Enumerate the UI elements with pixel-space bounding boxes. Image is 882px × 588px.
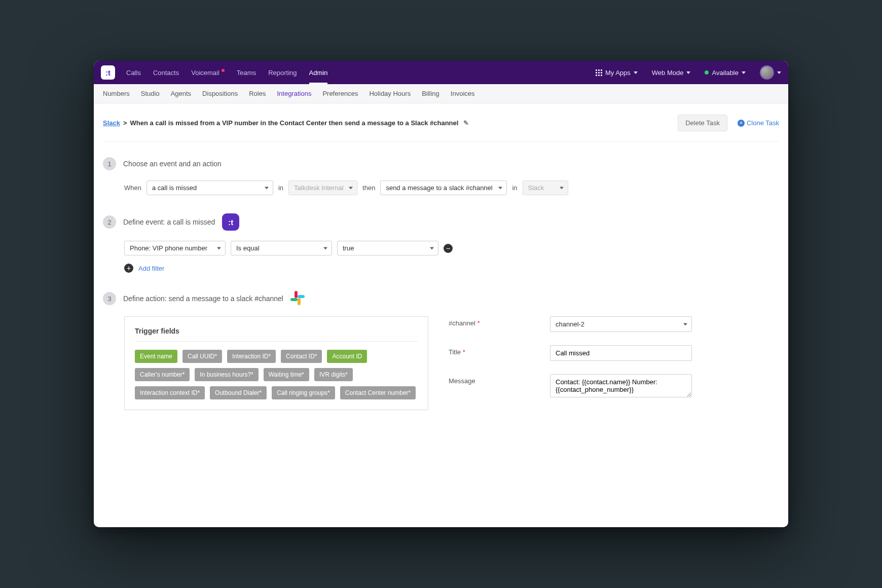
topnav-teams[interactable]: Teams [237, 61, 256, 84]
step-3: 3 Define action: send a message to a sla… [103, 291, 779, 410]
topnav-calls[interactable]: Calls [126, 61, 141, 84]
tag-callers-number[interactable]: Caller's number* [135, 368, 190, 381]
action-target-select: Slack [523, 180, 568, 195]
apps-grid-icon [596, 69, 602, 76]
subnav-roles[interactable]: Roles [249, 90, 266, 97]
remove-filter-icon[interactable]: − [444, 244, 453, 253]
subnav-agents[interactable]: Agents [171, 90, 191, 97]
app-window: :t Calls Contacts Voicemail Teams Report… [94, 61, 788, 527]
title-label: Title * [449, 345, 540, 356]
subnav-integrations[interactable]: Integrations [277, 90, 311, 97]
in-label-2: in [512, 184, 517, 192]
action-select[interactable]: send a message to a slack #channel [380, 180, 507, 195]
page-header: Slack > When a call is missed from a VIP… [103, 103, 779, 142]
tag-interaction-id[interactable]: Interaction ID* [227, 350, 276, 363]
event-select[interactable]: a call is missed [146, 180, 273, 195]
web-mode-menu[interactable]: Web Mode [652, 69, 691, 77]
step-1-title: Choose an event and an action [123, 160, 222, 168]
tag-waiting-time[interactable]: Waiting time* [264, 368, 309, 381]
web-mode-label: Web Mode [652, 69, 684, 77]
tag-in-business-hours[interactable]: In business hours?* [195, 368, 258, 381]
step-2: 2 Define event: a call is missed :t Phon… [103, 213, 779, 273]
action-config: Trigger fields Event name Call UUID* Int… [124, 316, 779, 410]
message-textarea[interactable] [550, 374, 692, 397]
tag-ivr-digits[interactable]: IVR digits* [314, 368, 353, 381]
clone-task-link[interactable]: + Clone Task [738, 119, 779, 127]
my-apps-label: My Apps [605, 69, 631, 77]
topnav-reporting[interactable]: Reporting [268, 61, 297, 84]
topbar-right: My Apps Web Mode Available [596, 65, 781, 80]
channel-label: #channel * [449, 316, 540, 327]
required-mark: * [477, 319, 480, 327]
step-1: 1 Choose an event and an action When a c… [103, 157, 779, 195]
step-3-title: Define action: send a message to a slack… [123, 295, 283, 303]
chevron-down-icon [742, 71, 746, 74]
step-2-number: 2 [103, 215, 116, 229]
topnav-voicemail[interactable]: Voicemail [191, 61, 225, 84]
tag-call-uuid[interactable]: Call UUID* [182, 350, 222, 363]
add-filter-link[interactable]: + Add filter [124, 264, 779, 273]
tag-account-id[interactable]: Account ID [327, 350, 367, 363]
message-row: Message [449, 374, 779, 397]
action-form: #channel * channel-2 Title * Message [449, 316, 779, 397]
then-label: then [362, 184, 375, 192]
filter-row: Phone: VIP phone number Is equal true − [124, 241, 779, 255]
clone-task-label: Clone Task [747, 119, 779, 127]
filter-value-select[interactable]: true [337, 241, 438, 255]
tag-call-ringing-groups[interactable]: Call ringing groups* [272, 386, 335, 399]
breadcrumb-separator: > [123, 119, 127, 127]
chevron-down-icon [777, 71, 781, 74]
add-circle-icon: + [124, 264, 133, 273]
subnav-invoices[interactable]: Invoices [451, 90, 475, 97]
required-mark: * [463, 348, 465, 356]
slack-icon [290, 291, 306, 306]
topbar: :t Calls Contacts Voicemail Teams Report… [94, 61, 788, 84]
topnav-contacts[interactable]: Contacts [153, 61, 179, 84]
subnav-billing[interactable]: Billing [422, 90, 439, 97]
tag-outbound-dialer[interactable]: Outbound Dialer* [210, 386, 267, 399]
tag-contact-center-number[interactable]: Contact Center number* [340, 386, 416, 399]
trigger-fields-panel: Trigger fields Event name Call UUID* Int… [124, 316, 428, 410]
subnav: Numbers Studio Agents Dispositions Roles… [94, 84, 788, 103]
delete-task-button[interactable]: Delete Task [678, 115, 727, 131]
tag-contact-id[interactable]: Contact ID* [281, 350, 322, 363]
title-row: Title * [449, 345, 779, 361]
event-source-select: Talkdesk Internal [288, 180, 357, 195]
avatar [760, 65, 774, 80]
my-apps-menu[interactable]: My Apps [596, 69, 638, 77]
subnav-holiday-hours[interactable]: Holiday Hours [369, 90, 411, 97]
topnav-admin[interactable]: Admin [309, 61, 328, 84]
step-3-header: 3 Define action: send a message to a sla… [103, 291, 779, 306]
step-1-number: 1 [103, 157, 116, 170]
title-input[interactable] [550, 345, 692, 361]
trigger-field-tags: Event name Call UUID* Interaction ID* Co… [135, 350, 418, 399]
tag-interaction-context-id[interactable]: Interaction context ID* [135, 386, 205, 399]
subnav-numbers[interactable]: Numbers [103, 90, 130, 97]
filter-operator-select[interactable]: Is equal [231, 241, 332, 255]
breadcrumb-root[interactable]: Slack [103, 119, 120, 127]
content: Slack > When a call is missed from a VIP… [94, 103, 788, 527]
chevron-down-icon [634, 71, 638, 74]
user-menu[interactable] [760, 65, 781, 80]
header-actions: Delete Task + Clone Task [678, 115, 779, 131]
step-2-title: Define event: a call is missed [123, 218, 215, 226]
tag-event-name[interactable]: Event name [135, 350, 177, 363]
app-logo[interactable]: :t [101, 65, 115, 80]
filter-field-select[interactable]: Phone: VIP phone number [124, 241, 226, 255]
channel-select[interactable]: channel-2 [550, 316, 692, 332]
subnav-dispositions[interactable]: Dispositions [202, 90, 238, 97]
talkdesk-app-icon: :t [222, 213, 239, 231]
step-2-header: 2 Define event: a call is missed :t [103, 213, 779, 231]
top-nav: Calls Contacts Voicemail Teams Reporting… [126, 61, 327, 84]
availability-menu[interactable]: Available [705, 69, 746, 77]
topnav-voicemail-label: Voicemail [191, 69, 219, 77]
edit-icon[interactable]: ✎ [463, 119, 469, 127]
message-label: Message [449, 374, 540, 385]
event-action-row: When a call is missed in Talkdesk Intern… [124, 180, 779, 195]
subnav-preferences[interactable]: Preferences [322, 90, 358, 97]
step-3-number: 3 [103, 292, 116, 305]
when-label: When [124, 184, 141, 192]
add-filter-label: Add filter [138, 265, 164, 272]
status-dot-icon [705, 70, 709, 75]
subnav-studio[interactable]: Studio [141, 90, 160, 97]
